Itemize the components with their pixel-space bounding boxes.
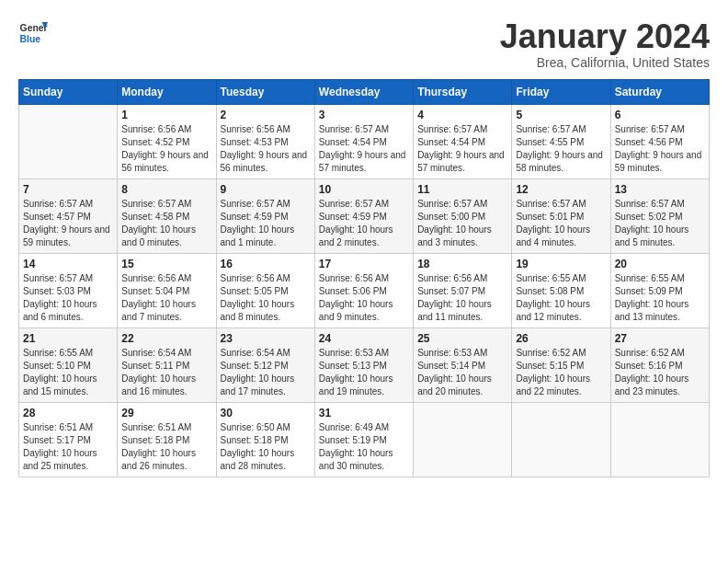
day-info: Sunrise: 6:57 AMSunset: 4:55 PMDaylight:…: [516, 123, 606, 175]
table-row: 22Sunrise: 6:54 AMSunset: 5:11 PMDayligh…: [118, 327, 216, 402]
day-info: Sunrise: 6:57 AMSunset: 4:59 PMDaylight:…: [221, 198, 311, 249]
table-row: 28Sunrise: 6:51 AMSunset: 5:17 PMDayligh…: [19, 402, 118, 477]
table-row: [414, 402, 512, 477]
col-thursday: Thursday: [414, 79, 512, 104]
day-info: Sunrise: 6:57 AMSunset: 4:56 PMDaylight:…: [615, 123, 705, 175]
day-number: 17: [319, 258, 409, 270]
day-number: 2: [221, 109, 311, 121]
table-row: 25Sunrise: 6:53 AMSunset: 5:14 PMDayligh…: [414, 327, 512, 402]
table-row: 14Sunrise: 6:57 AMSunset: 5:03 PMDayligh…: [19, 253, 118, 327]
day-number: 12: [516, 183, 606, 196]
logo-icon: General Blue: [18, 18, 48, 48]
day-number: 6: [615, 109, 705, 121]
day-number: 7: [23, 183, 113, 196]
day-info: Sunrise: 6:55 AMSunset: 5:10 PMDaylight:…: [23, 347, 113, 398]
table-row: 10Sunrise: 6:57 AMSunset: 4:59 PMDayligh…: [314, 178, 413, 253]
day-number: 13: [615, 183, 705, 196]
day-info: Sunrise: 6:51 AMSunset: 5:17 PMDaylight:…: [23, 421, 113, 473]
title-area: January 2024 Brea, California, United St…: [500, 18, 710, 70]
header: General Blue January 2024 Brea, Californ…: [18, 18, 710, 70]
day-info: Sunrise: 6:55 AMSunset: 5:08 PMDaylight:…: [516, 272, 606, 324]
table-row: 15Sunrise: 6:56 AMSunset: 5:04 PMDayligh…: [118, 253, 216, 327]
day-number: 4: [417, 109, 507, 121]
day-info: Sunrise: 6:52 AMSunset: 5:15 PMDaylight:…: [516, 347, 606, 398]
table-row: 19Sunrise: 6:55 AMSunset: 5:08 PMDayligh…: [512, 253, 610, 327]
day-info: Sunrise: 6:56 AMSunset: 5:05 PMDaylight:…: [221, 272, 311, 324]
table-row: 12Sunrise: 6:57 AMSunset: 5:01 PMDayligh…: [512, 178, 610, 253]
day-info: Sunrise: 6:49 AMSunset: 5:19 PMDaylight:…: [319, 421, 409, 473]
table-row: 11Sunrise: 6:57 AMSunset: 5:00 PMDayligh…: [414, 178, 512, 253]
col-saturday: Saturday: [610, 79, 709, 104]
col-monday: Monday: [118, 79, 216, 104]
table-row: 17Sunrise: 6:56 AMSunset: 5:06 PMDayligh…: [314, 253, 413, 327]
day-info: Sunrise: 6:57 AMSunset: 4:57 PMDaylight:…: [23, 198, 113, 249]
col-wednesday: Wednesday: [314, 79, 413, 104]
table-row: 23Sunrise: 6:54 AMSunset: 5:12 PMDayligh…: [216, 327, 314, 402]
calendar-week-row: 14Sunrise: 6:57 AMSunset: 5:03 PMDayligh…: [19, 253, 710, 327]
table-row: 3Sunrise: 6:57 AMSunset: 4:54 PMDaylight…: [314, 104, 413, 178]
day-number: 9: [221, 183, 311, 196]
day-info: Sunrise: 6:57 AMSunset: 4:54 PMDaylight:…: [319, 123, 409, 175]
day-number: 11: [417, 183, 507, 196]
day-number: 28: [23, 407, 113, 419]
day-info: Sunrise: 6:54 AMSunset: 5:11 PMDaylight:…: [121, 347, 211, 398]
col-friday: Friday: [512, 79, 610, 104]
table-row: 29Sunrise: 6:51 AMSunset: 5:18 PMDayligh…: [118, 402, 216, 477]
day-info: Sunrise: 6:52 AMSunset: 5:16 PMDaylight:…: [615, 347, 705, 398]
day-number: 20: [615, 258, 705, 270]
table-row: 30Sunrise: 6:50 AMSunset: 5:18 PMDayligh…: [216, 402, 314, 477]
table-row: 24Sunrise: 6:53 AMSunset: 5:13 PMDayligh…: [314, 327, 413, 402]
day-info: Sunrise: 6:56 AMSunset: 4:53 PMDaylight:…: [221, 123, 311, 175]
day-number: 8: [121, 183, 211, 196]
logo: General Blue: [18, 18, 48, 48]
table-row: 20Sunrise: 6:55 AMSunset: 5:09 PMDayligh…: [610, 253, 709, 327]
day-number: 5: [516, 109, 606, 121]
table-row: 9Sunrise: 6:57 AMSunset: 4:59 PMDaylight…: [216, 178, 314, 253]
day-number: 25: [417, 332, 507, 345]
day-info: Sunrise: 6:54 AMSunset: 5:12 PMDaylight:…: [221, 347, 311, 398]
day-number: 18: [417, 258, 507, 270]
day-info: Sunrise: 6:56 AMSunset: 5:06 PMDaylight:…: [319, 272, 409, 324]
day-info: Sunrise: 6:57 AMSunset: 5:01 PMDaylight:…: [516, 198, 606, 249]
table-row: 6Sunrise: 6:57 AMSunset: 4:56 PMDaylight…: [610, 104, 709, 178]
day-number: 27: [615, 332, 705, 345]
day-info: Sunrise: 6:57 AMSunset: 4:58 PMDaylight:…: [121, 198, 211, 249]
day-number: 15: [121, 258, 211, 270]
day-number: 23: [221, 332, 311, 345]
table-row: 5Sunrise: 6:57 AMSunset: 4:55 PMDaylight…: [512, 104, 610, 178]
day-info: Sunrise: 6:56 AMSunset: 4:52 PMDaylight:…: [121, 123, 211, 175]
table-row: [512, 402, 610, 477]
day-number: 14: [23, 258, 113, 270]
calendar-week-row: 21Sunrise: 6:55 AMSunset: 5:10 PMDayligh…: [19, 327, 710, 402]
table-row: 18Sunrise: 6:56 AMSunset: 5:07 PMDayligh…: [414, 253, 512, 327]
day-info: Sunrise: 6:55 AMSunset: 5:09 PMDaylight:…: [615, 272, 705, 324]
day-number: 16: [221, 258, 311, 270]
table-row: 13Sunrise: 6:57 AMSunset: 5:02 PMDayligh…: [610, 178, 709, 253]
table-row: 1Sunrise: 6:56 AMSunset: 4:52 PMDaylight…: [118, 104, 216, 178]
table-row: 16Sunrise: 6:56 AMSunset: 5:05 PMDayligh…: [216, 253, 314, 327]
day-number: 19: [516, 258, 606, 270]
calendar-week-row: 1Sunrise: 6:56 AMSunset: 4:52 PMDaylight…: [19, 104, 710, 178]
calendar-week-row: 7Sunrise: 6:57 AMSunset: 4:57 PMDaylight…: [19, 178, 710, 253]
day-number: 10: [319, 183, 409, 196]
calendar-table: Sunday Monday Tuesday Wednesday Thursday…: [18, 79, 710, 477]
day-number: 22: [121, 332, 211, 345]
day-number: 31: [319, 407, 409, 419]
month-title: January 2024: [500, 18, 710, 55]
table-row: [610, 402, 709, 477]
col-sunday: Sunday: [19, 79, 118, 104]
table-row: 26Sunrise: 6:52 AMSunset: 5:15 PMDayligh…: [512, 327, 610, 402]
day-number: 1: [121, 109, 211, 121]
table-row: 7Sunrise: 6:57 AMSunset: 4:57 PMDaylight…: [19, 178, 118, 253]
table-row: 8Sunrise: 6:57 AMSunset: 4:58 PMDaylight…: [118, 178, 216, 253]
day-number: 3: [319, 109, 409, 121]
table-row: 21Sunrise: 6:55 AMSunset: 5:10 PMDayligh…: [19, 327, 118, 402]
calendar-week-row: 28Sunrise: 6:51 AMSunset: 5:17 PMDayligh…: [19, 402, 710, 477]
day-info: Sunrise: 6:57 AMSunset: 5:02 PMDaylight:…: [615, 198, 705, 249]
location: Brea, California, United States: [500, 55, 710, 70]
table-row: 4Sunrise: 6:57 AMSunset: 4:54 PMDaylight…: [414, 104, 512, 178]
day-info: Sunrise: 6:51 AMSunset: 5:18 PMDaylight:…: [121, 421, 211, 473]
table-row: 2Sunrise: 6:56 AMSunset: 4:53 PMDaylight…: [216, 104, 314, 178]
col-tuesday: Tuesday: [216, 79, 314, 104]
day-number: 24: [319, 332, 409, 345]
